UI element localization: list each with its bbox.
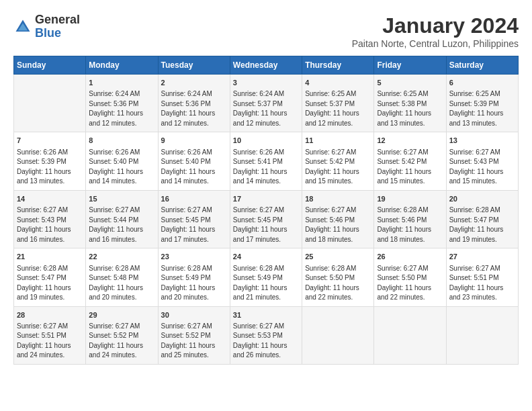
calendar-cell: 24Sunrise: 6:28 AMSunset: 5:49 PMDayligh… bbox=[230, 248, 302, 306]
cell-content: Sunrise: 6:27 AMSunset: 5:42 PMDaylight:… bbox=[377, 148, 431, 185]
calendar-cell bbox=[374, 306, 446, 364]
calendar-cell: 1Sunrise: 6:24 AMSunset: 5:36 PMDaylight… bbox=[86, 75, 158, 132]
day-header-monday: Monday bbox=[86, 56, 158, 75]
cell-content: Sunrise: 6:27 AMSunset: 5:43 PMDaylight:… bbox=[449, 148, 504, 185]
day-number: 10 bbox=[233, 136, 299, 146]
day-number: 12 bbox=[377, 136, 443, 146]
cell-content: Sunrise: 6:27 AMSunset: 5:51 PMDaylight:… bbox=[17, 322, 71, 359]
day-number: 14 bbox=[17, 194, 83, 204]
day-number: 4 bbox=[305, 78, 371, 88]
cell-content: Sunrise: 6:27 AMSunset: 5:45 PMDaylight:… bbox=[233, 206, 287, 243]
day-number: 18 bbox=[305, 194, 371, 204]
calendar-header-row: SundayMondayTuesdayWednesdayThursdayFrid… bbox=[14, 56, 519, 75]
cell-content: Sunrise: 6:26 AMSunset: 5:40 PMDaylight:… bbox=[161, 148, 216, 185]
cell-content: Sunrise: 6:28 AMSunset: 5:47 PMDaylight:… bbox=[449, 206, 504, 243]
calendar-cell: 17Sunrise: 6:27 AMSunset: 5:45 PMDayligh… bbox=[230, 190, 302, 248]
day-number: 19 bbox=[377, 194, 443, 204]
calendar-cell: 23Sunrise: 6:28 AMSunset: 5:49 PMDayligh… bbox=[158, 248, 230, 306]
day-number: 26 bbox=[377, 252, 443, 262]
cell-content: Sunrise: 6:24 AMSunset: 5:36 PMDaylight:… bbox=[89, 90, 143, 127]
cell-content: Sunrise: 6:27 AMSunset: 5:53 PMDaylight:… bbox=[233, 322, 287, 359]
day-header-tuesday: Tuesday bbox=[158, 56, 230, 75]
calendar-cell: 26Sunrise: 6:27 AMSunset: 5:50 PMDayligh… bbox=[374, 248, 446, 306]
calendar-cell bbox=[302, 306, 374, 364]
logo-icon bbox=[13, 17, 32, 36]
cell-content: Sunrise: 6:27 AMSunset: 5:44 PMDaylight:… bbox=[89, 206, 143, 243]
calendar-cell: 28Sunrise: 6:27 AMSunset: 5:51 PMDayligh… bbox=[14, 306, 86, 364]
cell-content: Sunrise: 6:27 AMSunset: 5:43 PMDaylight:… bbox=[17, 206, 71, 243]
calendar-cell: 5Sunrise: 6:25 AMSunset: 5:38 PMDaylight… bbox=[374, 75, 446, 132]
calendar-cell: 27Sunrise: 6:27 AMSunset: 5:51 PMDayligh… bbox=[446, 248, 518, 306]
calendar-cell bbox=[446, 306, 518, 364]
page-header: General Blue January 2024 Paitan Norte, … bbox=[13, 13, 519, 49]
day-number: 17 bbox=[233, 194, 299, 204]
cell-content: Sunrise: 6:25 AMSunset: 5:39 PMDaylight:… bbox=[449, 90, 504, 127]
cell-content: Sunrise: 6:24 AMSunset: 5:37 PMDaylight:… bbox=[233, 90, 287, 127]
cell-content: Sunrise: 6:28 AMSunset: 5:48 PMDaylight:… bbox=[89, 265, 143, 302]
day-number: 5 bbox=[377, 78, 443, 88]
calendar-cell: 31Sunrise: 6:27 AMSunset: 5:53 PMDayligh… bbox=[230, 306, 302, 364]
cell-content: Sunrise: 6:25 AMSunset: 5:38 PMDaylight:… bbox=[377, 90, 431, 127]
day-number: 21 bbox=[17, 252, 83, 262]
calendar-cell: 14Sunrise: 6:27 AMSunset: 5:43 PMDayligh… bbox=[14, 190, 86, 248]
cell-content: Sunrise: 6:27 AMSunset: 5:51 PMDaylight:… bbox=[449, 265, 504, 302]
cell-content: Sunrise: 6:28 AMSunset: 5:47 PMDaylight:… bbox=[17, 265, 71, 302]
week-row-4: 21Sunrise: 6:28 AMSunset: 5:47 PMDayligh… bbox=[14, 248, 519, 306]
week-row-5: 28Sunrise: 6:27 AMSunset: 5:51 PMDayligh… bbox=[14, 306, 519, 364]
cell-content: Sunrise: 6:27 AMSunset: 5:42 PMDaylight:… bbox=[305, 148, 359, 185]
calendar-cell: 30Sunrise: 6:27 AMSunset: 5:52 PMDayligh… bbox=[158, 306, 230, 364]
day-number: 16 bbox=[161, 194, 227, 204]
day-number: 7 bbox=[17, 136, 83, 146]
cell-content: Sunrise: 6:27 AMSunset: 5:45 PMDaylight:… bbox=[161, 206, 216, 243]
day-number: 29 bbox=[89, 310, 154, 320]
day-header-thursday: Thursday bbox=[302, 56, 374, 75]
day-number: 30 bbox=[161, 310, 227, 320]
calendar-cell: 9Sunrise: 6:26 AMSunset: 5:40 PMDaylight… bbox=[158, 132, 230, 190]
logo-text: General Blue bbox=[35, 13, 80, 40]
cell-content: Sunrise: 6:27 AMSunset: 5:52 PMDaylight:… bbox=[89, 322, 143, 359]
calendar-cell: 19Sunrise: 6:28 AMSunset: 5:46 PMDayligh… bbox=[374, 190, 446, 248]
day-number: 1 bbox=[89, 78, 154, 88]
cell-content: Sunrise: 6:26 AMSunset: 5:40 PMDaylight:… bbox=[89, 148, 143, 185]
calendar-cell: 16Sunrise: 6:27 AMSunset: 5:45 PMDayligh… bbox=[158, 190, 230, 248]
calendar-cell: 25Sunrise: 6:28 AMSunset: 5:50 PMDayligh… bbox=[302, 248, 374, 306]
cell-content: Sunrise: 6:26 AMSunset: 5:41 PMDaylight:… bbox=[233, 148, 287, 185]
day-header-sunday: Sunday bbox=[14, 56, 86, 75]
day-number: 11 bbox=[305, 136, 371, 146]
day-number: 27 bbox=[449, 252, 515, 262]
calendar-cell: 3Sunrise: 6:24 AMSunset: 5:37 PMDaylight… bbox=[230, 75, 302, 132]
day-number: 15 bbox=[89, 194, 154, 204]
cell-content: Sunrise: 6:28 AMSunset: 5:50 PMDaylight:… bbox=[305, 265, 359, 302]
calendar-cell: 22Sunrise: 6:28 AMSunset: 5:48 PMDayligh… bbox=[86, 248, 158, 306]
day-header-friday: Friday bbox=[374, 56, 446, 75]
day-number: 3 bbox=[233, 78, 299, 88]
calendar-cell: 7Sunrise: 6:26 AMSunset: 5:39 PMDaylight… bbox=[14, 132, 86, 190]
week-row-1: 1Sunrise: 6:24 AMSunset: 5:36 PMDaylight… bbox=[14, 75, 519, 132]
cell-content: Sunrise: 6:28 AMSunset: 5:46 PMDaylight:… bbox=[377, 206, 431, 243]
week-row-3: 14Sunrise: 6:27 AMSunset: 5:43 PMDayligh… bbox=[14, 190, 519, 248]
day-header-saturday: Saturday bbox=[446, 56, 518, 75]
title-block: January 2024 Paitan Norte, Central Luzon… bbox=[352, 13, 519, 49]
calendar-cell: 12Sunrise: 6:27 AMSunset: 5:42 PMDayligh… bbox=[374, 132, 446, 190]
cell-content: Sunrise: 6:27 AMSunset: 5:46 PMDaylight:… bbox=[305, 206, 359, 243]
cell-content: Sunrise: 6:28 AMSunset: 5:49 PMDaylight:… bbox=[161, 265, 216, 302]
week-row-2: 7Sunrise: 6:26 AMSunset: 5:39 PMDaylight… bbox=[14, 132, 519, 190]
calendar-cell: 4Sunrise: 6:25 AMSunset: 5:37 PMDaylight… bbox=[302, 75, 374, 132]
calendar-cell: 15Sunrise: 6:27 AMSunset: 5:44 PMDayligh… bbox=[86, 190, 158, 248]
day-header-wednesday: Wednesday bbox=[230, 56, 302, 75]
day-number: 9 bbox=[161, 136, 227, 146]
day-number: 20 bbox=[449, 194, 515, 204]
calendar-cell: 8Sunrise: 6:26 AMSunset: 5:40 PMDaylight… bbox=[86, 132, 158, 190]
calendar-cell: 6Sunrise: 6:25 AMSunset: 5:39 PMDaylight… bbox=[446, 75, 518, 132]
calendar-cell: 29Sunrise: 6:27 AMSunset: 5:52 PMDayligh… bbox=[86, 306, 158, 364]
calendar-cell: 10Sunrise: 6:26 AMSunset: 5:41 PMDayligh… bbox=[230, 132, 302, 190]
calendar-cell: 21Sunrise: 6:28 AMSunset: 5:47 PMDayligh… bbox=[14, 248, 86, 306]
day-number: 28 bbox=[17, 310, 83, 320]
cell-content: Sunrise: 6:24 AMSunset: 5:36 PMDaylight:… bbox=[161, 90, 216, 127]
calendar-cell: 11Sunrise: 6:27 AMSunset: 5:42 PMDayligh… bbox=[302, 132, 374, 190]
cell-content: Sunrise: 6:27 AMSunset: 5:50 PMDaylight:… bbox=[377, 265, 431, 302]
month-title: January 2024 bbox=[352, 13, 519, 38]
cell-content: Sunrise: 6:27 AMSunset: 5:52 PMDaylight:… bbox=[161, 322, 216, 359]
calendar-cell: 2Sunrise: 6:24 AMSunset: 5:36 PMDaylight… bbox=[158, 75, 230, 132]
logo: General Blue bbox=[13, 13, 80, 40]
